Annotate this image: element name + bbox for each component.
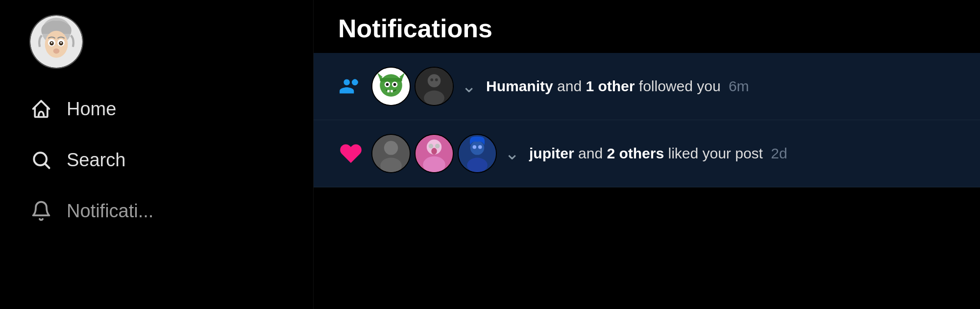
liker2-avatar[interactable] bbox=[415, 134, 454, 173]
heart-action-icon bbox=[338, 141, 364, 166]
svg-point-32 bbox=[435, 144, 440, 149]
follow-notification-text: Humanity and 1 other followed you 6m bbox=[486, 76, 956, 97]
like-count: 2 others bbox=[607, 145, 664, 161]
like-chevron-icon[interactable]: ⌄ bbox=[505, 143, 519, 164]
svg-point-8 bbox=[60, 42, 62, 44]
follow-avatar-group: ⌄ bbox=[371, 67, 476, 106]
svg-point-27 bbox=[380, 158, 402, 173]
liker3-avatar[interactable] bbox=[458, 134, 497, 173]
notifications-header: Notifications bbox=[314, 0, 980, 53]
svg-point-31 bbox=[429, 144, 434, 149]
svg-point-24 bbox=[435, 78, 438, 81]
search-icon bbox=[29, 148, 53, 172]
svg-rect-13 bbox=[380, 78, 402, 82]
follow-notification: ⌄ Humanity and 1 other followed you 6m bbox=[314, 53, 980, 120]
svg-point-36 bbox=[467, 158, 488, 173]
follow-text-and: and bbox=[557, 78, 586, 94]
sidebar-item-search[interactable]: Search bbox=[29, 144, 284, 176]
main-content: Notifications bbox=[314, 0, 980, 309]
like-text-action: liked your post bbox=[668, 145, 767, 161]
like-text-and: and bbox=[578, 145, 607, 161]
sidebar-nav: Home Search Notificati... bbox=[29, 93, 284, 227]
sidebar-item-home[interactable]: Home bbox=[29, 93, 284, 125]
svg-point-35 bbox=[470, 141, 485, 155]
like-notification: ⌄ jupiter and 2 others liked your post 2… bbox=[314, 120, 980, 187]
second-follower-avatar[interactable] bbox=[415, 67, 454, 106]
svg-point-26 bbox=[384, 141, 398, 155]
svg-point-30 bbox=[423, 156, 445, 173]
page-title: Notifications bbox=[338, 14, 956, 43]
user-avatar[interactable] bbox=[29, 15, 83, 69]
svg-point-16 bbox=[386, 83, 389, 86]
svg-point-37 bbox=[473, 145, 477, 149]
svg-point-33 bbox=[431, 148, 437, 154]
sidebar-item-notifications[interactable]: Notificati... bbox=[29, 195, 284, 227]
notifications-label: Notificati... bbox=[67, 201, 153, 222]
svg-point-2 bbox=[45, 31, 68, 58]
svg-point-17 bbox=[393, 83, 396, 86]
svg-point-9 bbox=[53, 49, 60, 54]
humanity-avatar[interactable] bbox=[371, 67, 411, 106]
follow-username: Humanity bbox=[486, 78, 553, 94]
svg-point-12 bbox=[380, 74, 402, 97]
search-label: Search bbox=[67, 150, 125, 171]
home-icon bbox=[29, 97, 53, 121]
sidebar: Home Search Notificati... bbox=[0, 0, 314, 309]
follow-chevron-icon[interactable]: ⌄ bbox=[462, 76, 476, 97]
like-avatar-group: ⌄ bbox=[371, 134, 519, 173]
svg-point-21 bbox=[428, 74, 441, 87]
svg-point-38 bbox=[478, 145, 482, 149]
bell-icon bbox=[29, 199, 53, 223]
follow-icon-area: ⌄ bbox=[338, 67, 476, 106]
svg-point-23 bbox=[430, 78, 433, 81]
like-time: 2d bbox=[771, 145, 787, 161]
like-notification-text: jupiter and 2 others liked your post 2d bbox=[529, 143, 956, 164]
like-username: jupiter bbox=[529, 145, 574, 161]
home-label: Home bbox=[67, 99, 116, 120]
svg-rect-19 bbox=[391, 90, 393, 93]
liker1-avatar[interactable] bbox=[371, 134, 411, 173]
like-icon-area: ⌄ bbox=[338, 134, 519, 173]
follow-count: 1 other bbox=[586, 78, 635, 94]
follow-text-action: followed you bbox=[639, 78, 725, 94]
svg-point-7 bbox=[51, 42, 52, 44]
svg-point-22 bbox=[424, 91, 444, 105]
follow-time: 6m bbox=[729, 78, 749, 94]
svg-rect-18 bbox=[387, 90, 390, 93]
follow-action-icon bbox=[338, 74, 364, 99]
